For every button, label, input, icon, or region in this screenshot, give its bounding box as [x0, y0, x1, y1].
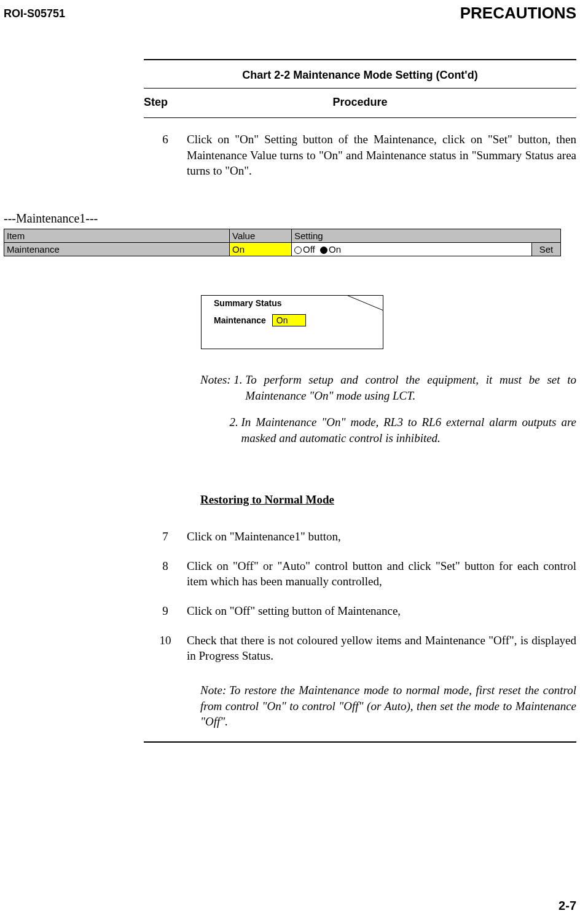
cell-setting: Off On: [292, 243, 532, 256]
radio-on-icon[interactable]: [320, 247, 327, 254]
step-number: 7: [144, 529, 187, 545]
summary-maintenance-label: Maintenance: [214, 315, 266, 325]
step-text: Click on "Off" or "Auto" control button …: [187, 558, 576, 590]
step-number: 8: [144, 558, 187, 590]
final-note: Note: To restore the Maintenance mode to…: [200, 682, 576, 730]
col-value: Value: [230, 229, 292, 243]
step-number: 6: [144, 132, 187, 179]
procedure-header: Procedure: [144, 96, 576, 109]
table-header-row: Item Value Setting: [4, 229, 561, 243]
lower-steps: 7 Click on "Maintenance1" button, 8 Clic…: [144, 515, 576, 664]
note-2-text: In Maintenance "On" mode, RL3 to RL6 ext…: [241, 414, 577, 446]
radio-on-label: On: [329, 244, 341, 255]
step-text: Check that there is not coloured yellow …: [187, 633, 576, 664]
radio-off-icon[interactable]: [294, 247, 302, 254]
maintenance-table: Item Value Setting Maintenance On Off On…: [4, 229, 561, 256]
step-6: 6 Click on "On" Setting button of the Ma…: [144, 132, 576, 179]
restoring-heading: Restoring to Normal Mode: [200, 493, 334, 507]
note-2-num: 2.: [200, 414, 241, 446]
step-text: Click on "Off" setting button of Mainten…: [187, 603, 576, 619]
summary-status-tab: Summary Status: [201, 295, 347, 310]
cell-value: On: [230, 243, 292, 256]
section-title: PRECAUTIONS: [460, 4, 576, 23]
summary-status-title: Summary Status: [214, 298, 281, 308]
rule-under-title: [144, 88, 576, 89]
step-9: 9 Click on "Off" setting button of Maint…: [144, 603, 576, 619]
page-number: 2-7: [558, 899, 576, 913]
notes-block: Notes: 1. To perform setup and control t…: [200, 372, 576, 457]
step-number: 9: [144, 603, 187, 619]
final-note-text: To restore the Maintenance mode to norma…: [200, 684, 576, 728]
col-setting: Setting: [292, 229, 561, 243]
step-10: 10 Check that there is not coloured yell…: [144, 633, 576, 664]
step-number: 10: [144, 633, 187, 664]
summary-maintenance-value: On: [272, 314, 306, 326]
note-1-text: To perform setup and control the equipme…: [245, 372, 576, 403]
table-row: Maintenance On Off On Set: [4, 243, 561, 256]
step-text: Click on "Maintenance1" button,: [187, 529, 576, 545]
rule-top: [144, 59, 576, 60]
final-note-prefix: Note:: [200, 682, 229, 698]
doc-id: ROI-S05751: [4, 7, 65, 20]
col-item: Item: [4, 229, 230, 243]
svg-line-0: [347, 295, 383, 310]
step-7: 7 Click on "Maintenance1" button,: [144, 529, 576, 545]
notes-prefix: Notes: 1.: [200, 372, 245, 403]
step-8: 8 Click on "Off" or "Auto" control butto…: [144, 558, 576, 590]
radio-off-label: Off: [303, 244, 315, 255]
step-text: Click on "On" Setting button of the Main…: [187, 132, 576, 179]
set-button[interactable]: Set: [532, 243, 561, 256]
cell-item: Maintenance: [4, 243, 230, 256]
rule-under-headers: [144, 117, 576, 118]
rule-bottom: [144, 741, 576, 743]
maintenance1-heading: ---Maintenance1---: [4, 211, 98, 226]
tab-diagonal-icon: [347, 295, 383, 310]
chart-title: Chart 2-2 Maintenance Mode Setting (Cont…: [144, 69, 576, 82]
summary-status-box: Summary Status Maintenance On: [201, 295, 383, 349]
